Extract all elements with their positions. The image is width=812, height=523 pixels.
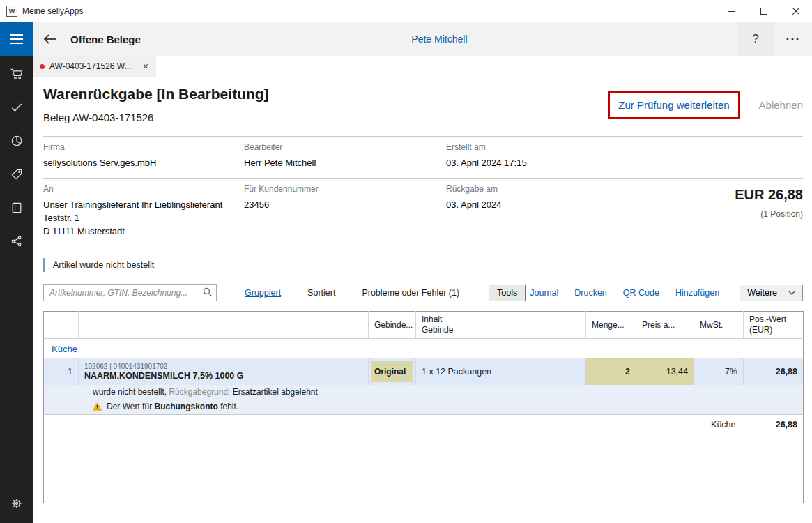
info-grid: Firma sellysolutions Serv.ges.mbH Bearbe… [43,136,803,245]
gebinde-badge: Original [371,361,413,382]
note-text: Artikel wurde nicht bestellt [53,260,154,270]
more-options-button[interactable] [773,22,812,56]
probleme-filter[interactable]: Probleme oder Fehler (1) [362,288,459,298]
tab-close-icon[interactable]: × [141,61,150,72]
tab-document[interactable]: AW-0403-171526 W... × [33,56,156,77]
field-bearbeiter-label: Bearbeiter [244,142,446,152]
weitere-label: Weitere [747,288,777,298]
back-arrow-icon [43,33,57,45]
tag-icon [10,167,24,181]
row-preis[interactable]: 13,44 [636,358,694,385]
field-kundennummer-label: Für Kundennummer [244,184,446,194]
sidebar-item-settings[interactable] [0,487,33,520]
table-header-row: Gebinde... Inhalt Gebinde Menge... Preis… [44,312,804,339]
row-menge[interactable]: 2 [586,358,636,385]
field-rueckgabe-am: Rückgabe am 03. April 2024 [446,184,643,238]
back-button[interactable] [33,22,67,56]
subtotal-value: 26,88 [744,415,804,434]
document-title: Warenrückgabe [In Bearbeitung] [43,86,269,103]
weitere-dropdown[interactable]: Weitere [740,285,803,301]
col-gebinde-header[interactable]: Gebinde... [369,312,416,339]
field-firma: Firma sellysolutions Serv.ges.mbH [43,142,244,170]
minimize-icon [728,8,735,15]
help-button[interactable]: ? [738,22,773,56]
ellipsis-icon [786,38,799,40]
row-warning-line: Der Wert für Buchungskonto fehlt. [44,400,804,415]
sidebar-item-reports[interactable] [0,124,33,158]
field-bearbeiter: Bearbeiter Herr Pete Mitchell [244,142,446,170]
hamburger-menu-button[interactable] [0,22,33,56]
gruppiert-toggle[interactable]: Gruppiert [245,288,281,298]
reject-button[interactable]: Ablehnen [759,99,803,111]
table-empty-space [44,434,804,503]
qr-code-link[interactable]: QR Code [623,288,659,298]
document-content: Warenrückgabe [In Bearbeitung] Beleg AW-… [33,77,812,503]
search-input[interactable] [43,284,217,301]
checkmark-icon [10,100,24,114]
note-marker [43,258,45,272]
tools-button[interactable]: Tools [489,285,526,301]
row-number: 1 [44,358,79,385]
sidebar-item-cart[interactable] [0,57,33,91]
app-icon: W [6,6,17,17]
col-inhalt-header[interactable]: Inhalt Gebinde [416,312,586,339]
sortiert-toggle[interactable]: Sortiert [307,288,335,298]
info-row-2: An Unser Trainingslieferant Ihr Liebling… [43,178,803,246]
field-erstellt-am-label: Erstellt am [446,142,643,152]
maximize-button[interactable] [748,0,780,22]
subtotal-group-label: Küche [44,415,744,434]
pie-chart-icon [10,134,24,148]
field-an-line1: Unser Trainingslieferant Ihr Lieblingsli… [43,199,244,212]
journal-link[interactable]: Journal [530,288,558,298]
row-mwst: 7% [694,358,744,385]
drucken-link[interactable]: Drucken [574,288,607,298]
row-gebinde-cell[interactable]: Original [369,358,416,385]
search-icon [203,287,213,297]
sidebar-item-journal[interactable] [0,191,33,225]
col-menge-header[interactable]: Menge... [586,312,636,339]
document-actions: Zur Prüfung weiterleiten Ablehnen [608,91,803,119]
warning-post: fehlt. [218,402,238,411]
titlebar-left: W Meine sellyApps [0,6,83,17]
minimize-button[interactable] [716,0,748,22]
field-rueckgabe-am-label: Rückgabe am [446,184,643,194]
col-poswert-header[interactable]: Pos.-Wert (EUR) [744,312,804,339]
total-amount: EUR 26,88 [643,187,803,203]
col-article-header[interactable] [79,312,369,339]
reason-value: Ersatzartikel abgelehnt [230,387,317,397]
document-total: EUR 26,88 (1 Position) [643,184,803,238]
user-name[interactable]: Pete Mitchell [411,33,467,45]
table-row[interactable]: 1 102062 | 04001431901702 NAARM.KONDENSM… [44,358,804,385]
positions-table: Gebinde... Inhalt Gebinde Menge... Preis… [43,311,804,503]
window-title: Meine sellyApps [22,6,83,16]
row-article: 102062 | 04001431901702 NAARM.KONDENSMIL… [79,358,369,385]
document-number: Beleg AW-0403-171526 [43,112,269,123]
sidebar-item-share[interactable] [0,225,33,258]
window-controls [716,0,812,22]
hinzufuegen-link[interactable]: Hinzufügen [675,288,719,298]
page-title: Offene Belege [70,33,141,45]
sidebar-item-approvals[interactable] [0,91,33,124]
field-an-line2: Teststr. 1 [43,212,244,225]
maximize-icon [760,8,767,15]
close-button[interactable] [780,0,812,22]
field-an-label: An [43,184,244,194]
col-poswert-line2: (EUR) [749,325,797,335]
positions-toolbar: Gruppiert Sortiert Probleme oder Fehler … [43,284,803,301]
document-note: Artikel wurde nicht bestellt [43,258,803,272]
col-mwst-header[interactable]: MwSt. [694,312,744,339]
info-row-1: Firma sellysolutions Serv.ges.mbH Bearbe… [43,136,803,178]
col-preis-header[interactable]: Preis a... [636,312,694,339]
app-header: Offene Belege Pete Mitchell ? [0,22,812,56]
col-number-header[interactable] [44,312,79,339]
field-kundennummer: Für Kundennummer 23456 [244,184,446,238]
warning-icon [93,402,102,411]
warning-field: Buchungskonto [154,402,217,411]
forward-for-review-button[interactable]: Zur Prüfung weiterleiten [608,91,739,119]
row-poswert: 26,88 [744,358,804,385]
field-rueckgabe-am-value: 03. April 2024 [446,199,643,212]
field-firma-value: sellysolutions Serv.ges.mbH [43,157,244,170]
group-label[interactable]: Küche [44,339,804,359]
sidebar-item-tags[interactable] [0,158,33,191]
field-erstellt-am-value: 03. April 2024 17:15 [446,157,643,170]
